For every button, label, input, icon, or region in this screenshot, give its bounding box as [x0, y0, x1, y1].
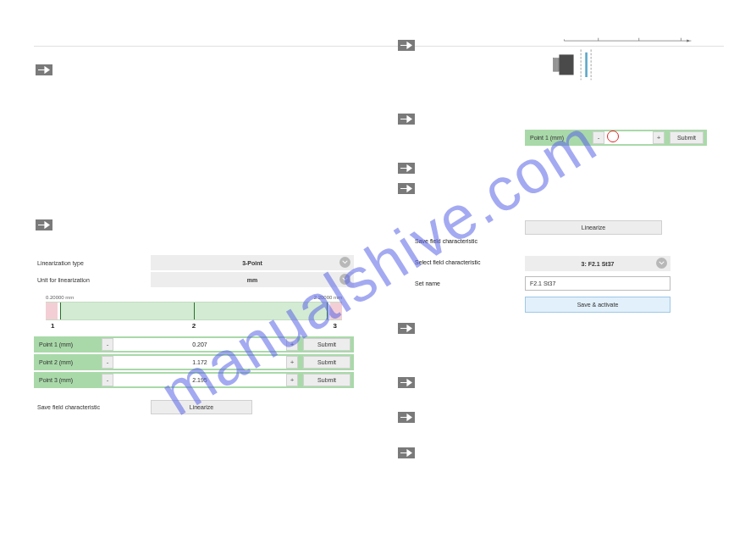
arrow-icon — [398, 163, 415, 174]
bar-num: 3 — [334, 322, 337, 330]
minus-button[interactable]: - — [102, 374, 113, 386]
arrow-icon — [36, 64, 52, 75]
svg-rect-5 — [554, 58, 560, 71]
chevron-down-icon — [656, 258, 667, 269]
submit-button[interactable]: Submit — [303, 356, 350, 369]
save-field-label: Save field characteristic — [34, 404, 151, 410]
point-label: Point 1 (mm) — [34, 341, 102, 347]
arrow-icon — [398, 412, 415, 423]
linearization-panel: Linearization type 3-Point Unit for line… — [34, 254, 354, 414]
unit-label: Unit for linearization — [34, 277, 151, 283]
point-row: Point 1 (mm) - 0.207 + Submit — [34, 336, 354, 353]
unit-dropdown[interactable]: mm — [151, 272, 354, 287]
linearize-button[interactable]: Linearize — [525, 220, 662, 235]
scale-max: 2.20000 mm — [314, 295, 342, 300]
point-label: Point 2 (mm) — [34, 359, 102, 365]
save-activate-button[interactable]: Save & activate — [525, 297, 670, 313]
submit-button[interactable]: Submit — [670, 131, 704, 144]
save-field-label: Save field characteristic — [415, 238, 477, 244]
lin-type-dropdown[interactable]: 3-Point — [151, 255, 354, 270]
arrow-icon — [398, 183, 415, 194]
point-input[interactable] — [604, 131, 653, 144]
highlight-circle — [607, 130, 619, 142]
plus-button[interactable]: + — [653, 131, 665, 144]
minus-button[interactable]: - — [102, 338, 113, 351]
arrow-icon — [398, 447, 415, 458]
set-name-label: Set name — [415, 280, 440, 286]
arrow-icon — [36, 219, 52, 230]
svg-rect-11 — [559, 54, 573, 75]
point-row: Point 2 (mm) - 1.172 + Submit — [34, 354, 354, 370]
select-field-dropdown[interactable]: 3: F2.1 St37 — [525, 256, 670, 271]
arrow-icon — [398, 377, 415, 388]
point-input[interactable]: 1.172 — [113, 356, 286, 369]
bar-num: 2 — [192, 322, 196, 330]
lin-type-value: 3-Point — [242, 260, 262, 266]
select-field-label: Select field characteristic — [415, 259, 480, 265]
arrow-icon — [398, 114, 415, 125]
chevron-down-icon — [339, 274, 350, 285]
svg-rect-13 — [585, 53, 588, 77]
scale-min: 0.20000 mm — [46, 295, 74, 300]
arrow-icon — [398, 40, 415, 51]
point-row-top: Point 1 (mm) - + Submit — [525, 130, 707, 146]
lin-type-label: Linearization type — [34, 260, 151, 266]
point-label: Point 1 (mm) — [525, 135, 593, 141]
select-field-value: 3: F2.1 St37 — [582, 261, 615, 267]
set-name-input[interactable]: F2.1 St37 — [525, 276, 670, 291]
point-input[interactable]: 2.195 — [113, 374, 286, 386]
unit-value: mm — [247, 277, 257, 283]
point-row: Point 3 (mm) - 2.195 + Submit — [34, 372, 354, 388]
linearize-button[interactable]: Linearize — [151, 400, 252, 414]
plus-button[interactable]: + — [286, 338, 298, 351]
submit-button[interactable]: Submit — [303, 374, 350, 386]
plus-button[interactable]: + — [286, 374, 298, 386]
sensor-diagram — [542, 36, 703, 87]
plus-button[interactable]: + — [286, 356, 298, 369]
bar-num: 1 — [51, 322, 54, 330]
linearization-bar: 0.20000 mm 2.20000 mm 1 2 3 — [34, 288, 354, 330]
minus-button[interactable]: - — [102, 356, 113, 369]
point-input[interactable]: 0.207 — [113, 338, 286, 351]
chevron-down-icon — [339, 257, 350, 268]
point-label: Point 3 (mm) — [34, 377, 102, 383]
arrow-icon — [398, 323, 415, 334]
minus-button[interactable]: - — [593, 131, 604, 144]
submit-button[interactable]: Submit — [303, 338, 350, 351]
